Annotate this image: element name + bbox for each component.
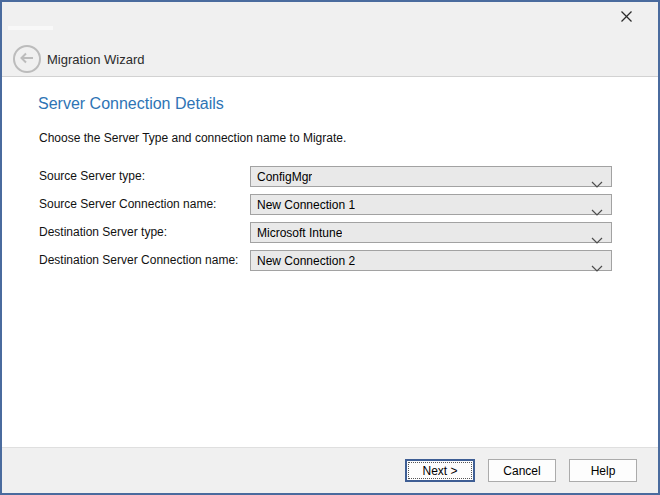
wizard-footer: Next > Cancel Help [2, 447, 658, 493]
titlebar-highlight [8, 26, 53, 30]
source-server-type-value: ConfigMgr [257, 170, 312, 184]
wizard-title: Migration Wizard [47, 52, 145, 67]
close-icon [620, 9, 633, 27]
source-connection-name-value: New Connection 1 [257, 198, 355, 212]
close-button[interactable] [616, 8, 636, 28]
destination-connection-name-dropdown[interactable]: New Connection 2 [250, 250, 612, 271]
destination-server-type-dropdown[interactable]: Microsoft Intune [250, 222, 612, 243]
migration-wizard-window: Migration Wizard Server Connection Detai… [0, 0, 660, 495]
next-button[interactable]: Next > [405, 459, 475, 482]
form-row-source-server-type: Source Server type: ConfigMgr [2, 166, 658, 187]
help-button-label: Help [591, 464, 616, 478]
destination-connection-name-label: Destination Server Connection name: [39, 250, 238, 271]
page-title: Server Connection Details [38, 95, 224, 113]
source-server-type-dropdown[interactable]: ConfigMgr [250, 166, 612, 187]
chevron-down-icon [591, 230, 603, 237]
destination-server-type-value: Microsoft Intune [257, 226, 342, 240]
cancel-button-label: Cancel [503, 464, 540, 478]
help-button[interactable]: Help [569, 459, 637, 482]
chevron-down-icon [591, 174, 603, 181]
source-connection-name-dropdown[interactable]: New Connection 1 [250, 194, 612, 215]
cancel-button[interactable]: Cancel [488, 459, 556, 482]
source-server-type-label: Source Server type: [39, 166, 145, 187]
back-button[interactable] [13, 45, 41, 73]
page-description: Choose the Server Type and connection na… [39, 131, 346, 145]
wizard-content: Server Connection Details Choose the Ser… [2, 78, 658, 445]
wizard-header: Migration Wizard [2, 2, 658, 77]
form-row-destination-connection-name: Destination Server Connection name: New … [2, 250, 658, 271]
next-button-label: Next > [422, 464, 457, 478]
arrow-left-icon [19, 50, 35, 68]
form-row-destination-server-type: Destination Server type: Microsoft Intun… [2, 222, 658, 243]
destination-connection-name-value: New Connection 2 [257, 254, 355, 268]
chevron-down-icon [591, 258, 603, 265]
source-connection-name-label: Source Server Connection name: [39, 194, 216, 215]
chevron-down-icon [591, 202, 603, 209]
destination-server-type-label: Destination Server type: [39, 222, 167, 243]
form-row-source-connection-name: Source Server Connection name: New Conne… [2, 194, 658, 215]
